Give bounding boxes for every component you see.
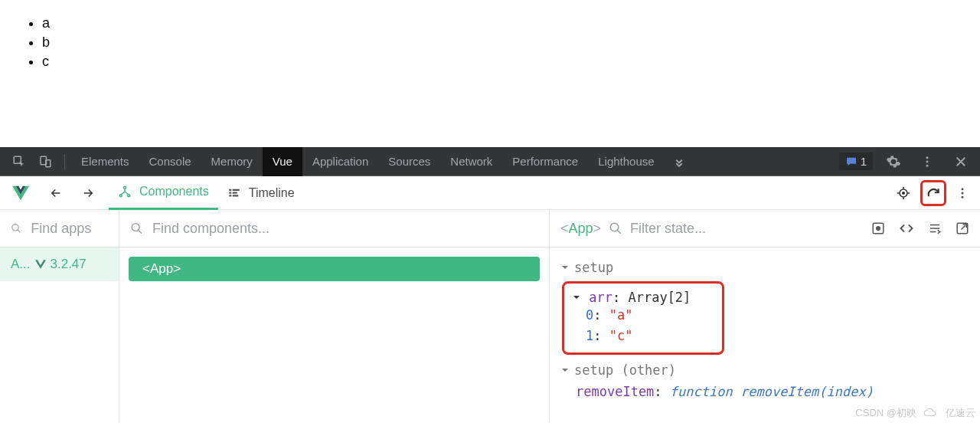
kebab-menu-icon[interactable] xyxy=(956,186,969,200)
more-tabs-icon[interactable] xyxy=(669,152,689,172)
svg-point-18 xyxy=(962,192,964,194)
svg-point-19 xyxy=(962,195,964,198)
components-panel: <App> xyxy=(119,210,550,423)
issues-badge[interactable]: 1 xyxy=(839,152,873,170)
apps-panel: A... 3.2.47 xyxy=(0,210,119,423)
svg-point-21 xyxy=(132,224,139,231)
component-node-app[interactable]: <App> xyxy=(129,257,540,281)
vue-logo-icon xyxy=(35,260,46,269)
gear-icon[interactable] xyxy=(884,152,903,172)
inspect-element-icon[interactable] xyxy=(9,152,29,172)
app-name: A... xyxy=(11,257,31,272)
separator xyxy=(64,154,65,169)
vue-devtools-toolbar: Components Timeline xyxy=(0,176,980,210)
tab-network[interactable]: Network xyxy=(440,147,502,176)
svg-point-6 xyxy=(124,186,126,189)
selected-component-tag: <App> xyxy=(560,221,601,237)
svg-rect-12 xyxy=(232,189,239,190)
svg-rect-11 xyxy=(229,195,231,196)
filter-state-input[interactable] xyxy=(630,221,864,237)
open-in-editor-icon[interactable] xyxy=(956,221,969,235)
svg-point-3 xyxy=(926,156,929,159)
tab-label: Timeline xyxy=(249,186,295,200)
show-render-code-icon[interactable] xyxy=(899,221,914,235)
svg-rect-13 xyxy=(232,192,237,193)
nav-back-icon[interactable] xyxy=(44,182,67,205)
search-icon xyxy=(609,221,622,235)
section-setup-other[interactable]: setup (other) xyxy=(560,362,969,378)
cloud-icon xyxy=(923,408,939,418)
list-item: b xyxy=(42,34,980,51)
state-row-arr-1[interactable]: 1: "c" xyxy=(572,326,714,346)
svg-point-5 xyxy=(926,164,929,166)
svg-point-17 xyxy=(962,188,964,190)
nav-forward-icon[interactable] xyxy=(77,182,100,205)
vue-version: 3.2.47 xyxy=(51,257,87,272)
search-icon xyxy=(11,221,21,235)
svg-point-8 xyxy=(128,195,130,197)
tab-vue[interactable]: Vue xyxy=(263,147,302,176)
scroll-to-component-icon[interactable] xyxy=(871,221,885,235)
state-row-arr-0[interactable]: 0: "a" xyxy=(572,305,714,326)
find-components-search[interactable] xyxy=(119,210,549,248)
tab-label: Components xyxy=(139,185,209,198)
section-label: setup xyxy=(574,260,613,275)
rendered-page: a b c xyxy=(0,0,980,147)
svg-rect-9 xyxy=(229,189,231,190)
tab-console[interactable]: Console xyxy=(139,147,201,176)
find-apps-input[interactable] xyxy=(31,221,108,237)
svg-point-24 xyxy=(877,227,880,231)
list: a b c xyxy=(42,15,980,70)
locate-icon[interactable] xyxy=(896,185,911,201)
svg-point-7 xyxy=(119,195,122,197)
tab-performance[interactable]: Performance xyxy=(502,147,588,176)
watermark: CSDN @初映 亿速云 xyxy=(851,403,980,423)
svg-rect-10 xyxy=(229,192,231,193)
find-components-input[interactable] xyxy=(152,221,538,237)
find-apps-search[interactable] xyxy=(0,210,119,248)
caret-down-icon xyxy=(572,293,581,302)
kebab-menu-icon[interactable] xyxy=(917,152,937,172)
arr-highlight-box: arr: Array[2] 0: "a" 1: "c" xyxy=(562,281,724,355)
close-icon[interactable] xyxy=(951,152,971,172)
svg-point-16 xyxy=(903,192,905,194)
tab-elements[interactable]: Elements xyxy=(71,147,139,176)
tab-components[interactable]: Components xyxy=(109,176,218,210)
caret-down-icon xyxy=(560,263,570,272)
list-item: c xyxy=(42,54,980,70)
tab-lighthouse[interactable]: Lighthouse xyxy=(588,147,664,176)
section-setup[interactable]: setup xyxy=(560,260,969,275)
list-item: a xyxy=(42,15,980,31)
issues-count: 1 xyxy=(861,155,867,168)
svg-point-22 xyxy=(610,223,619,231)
tab-application[interactable]: Application xyxy=(302,147,378,176)
state-row-arr[interactable]: arr: Array[2] xyxy=(572,290,714,305)
svg-rect-14 xyxy=(232,195,238,196)
svg-point-20 xyxy=(12,225,18,231)
section-label: setup (other) xyxy=(574,362,676,378)
tab-memory[interactable]: Memory xyxy=(201,147,263,176)
state-row-removeitem[interactable]: removeItem: function removeItem(index) xyxy=(560,384,969,399)
vue-logo-icon xyxy=(12,185,29,201)
search-icon xyxy=(130,221,143,235)
devtools-tabstrip: Elements Console Memory Vue Application … xyxy=(0,147,980,176)
tab-sources[interactable]: Sources xyxy=(378,147,440,176)
app-row[interactable]: A... 3.2.47 xyxy=(0,248,119,281)
svg-point-4 xyxy=(926,160,929,162)
refresh-button[interactable] xyxy=(920,180,946,206)
tab-timeline[interactable]: Timeline xyxy=(218,176,304,210)
inspector-panel: <App> setup arr: Array[2] 0: "a" xyxy=(550,210,980,423)
caret-down-icon xyxy=(560,366,570,375)
inspect-dom-icon[interactable] xyxy=(928,221,942,235)
device-toolbar-icon[interactable] xyxy=(35,152,55,172)
